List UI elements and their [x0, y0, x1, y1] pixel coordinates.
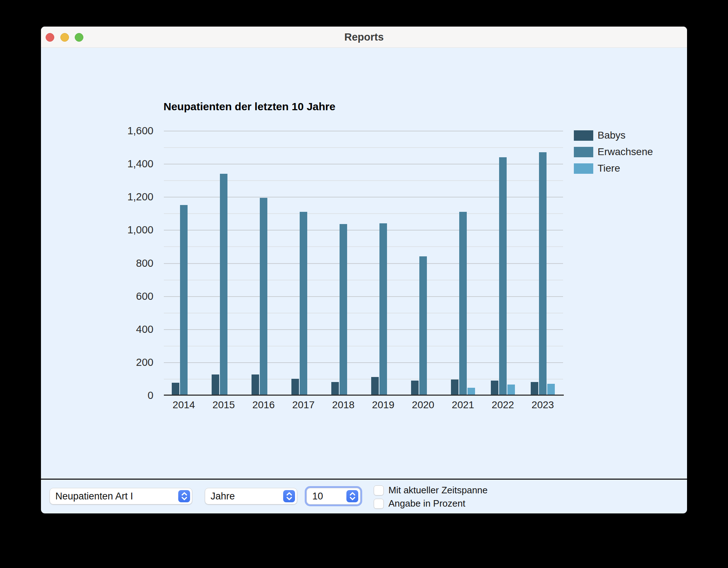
- stepper-up-down-icon: [346, 490, 358, 502]
- time-unit-select[interactable]: Jahre: [205, 488, 297, 504]
- x-axis-tick-label: 2019: [372, 399, 394, 411]
- legend-swatch: [574, 130, 593, 141]
- legend-swatch: [574, 163, 593, 174]
- y-axis-tick-label: 1,000: [106, 224, 153, 236]
- bar-erwachsene-2014: [180, 205, 188, 395]
- bar-babys-2020: [411, 381, 419, 395]
- bar-babys-2015: [212, 374, 219, 395]
- bar-babys-2016: [252, 374, 259, 395]
- bar-erwachsene-2019: [379, 223, 387, 395]
- x-axis-tick-label: 2021: [452, 399, 474, 411]
- legend-label: Tiere: [598, 163, 620, 174]
- bar-erwachsene-2016: [260, 198, 267, 395]
- bar-babys-2022: [491, 381, 498, 395]
- y-axis-tick-label: 400: [106, 323, 153, 335]
- x-axis-tick-label: 2023: [531, 399, 554, 411]
- y-axis-tick-label: 200: [106, 356, 153, 368]
- chart-title: Neupatienten der letzten 10 Jahre: [163, 101, 335, 113]
- bar-babys-2018: [331, 382, 339, 395]
- bar-erwachsene-2018: [340, 224, 347, 395]
- window-title: Reports: [41, 27, 687, 48]
- x-axis-tick-label: 2014: [172, 399, 195, 411]
- count-value: 10: [312, 488, 323, 504]
- bar-erwachsene-2015: [220, 174, 227, 395]
- count-select[interactable]: 10: [307, 488, 360, 504]
- y-axis-tick-label: 0: [106, 389, 153, 401]
- legend-label: Erwachsene: [598, 146, 653, 158]
- time-unit-value: Jahre: [211, 488, 235, 504]
- bar-babys-2019: [371, 377, 379, 395]
- desktop-background: Reports Neupatienten der letzten 10 Jahr…: [0, 0, 728, 568]
- zeitspanne-checkbox-label: Mit aktueller Zeitspanne: [388, 485, 488, 496]
- x-axis-tick-label: 2015: [212, 399, 235, 411]
- bar-tiere-2023: [547, 384, 555, 395]
- x-axis-tick-label: 2017: [292, 399, 314, 411]
- bar-babys-2014: [172, 383, 179, 395]
- bar-erwachsene-2023: [539, 152, 547, 395]
- gridline: [164, 147, 563, 148]
- legend-item-erwachsene: Erwachsene: [574, 146, 653, 157]
- bar-erwachsene-2020: [419, 256, 427, 395]
- gridline: [164, 131, 563, 131]
- legend-swatch: [574, 147, 593, 157]
- x-axis-tick-label: 2022: [492, 399, 514, 411]
- prozent-checkbox[interactable]: [374, 499, 384, 509]
- zeitspanne-checkbox[interactable]: [374, 485, 384, 495]
- x-axis-tick-label: 2020: [412, 399, 434, 411]
- x-axis-tick-label: 2018: [332, 399, 354, 411]
- toolbar-divider: [41, 479, 687, 480]
- reports-window: Reports Neupatienten der letzten 10 Jahr…: [41, 27, 687, 513]
- checkbox-row-prozent: Angabe in Prozent: [374, 498, 465, 509]
- y-axis-tick-label: 600: [106, 290, 153, 302]
- y-axis-labels: 02004006008001,0001,2001,4001,600: [106, 131, 153, 395]
- checkbox-row-zeitspanne: Mit aktueller Zeitspanne: [374, 485, 488, 496]
- stepper-up-down-icon: [178, 490, 190, 502]
- report-type-value: Neupatienten Art I: [55, 488, 133, 504]
- report-type-select[interactable]: Neupatienten Art I: [50, 488, 192, 504]
- legend-item-babys: Babys: [574, 130, 626, 141]
- y-axis-tick-label: 800: [106, 257, 153, 269]
- bar-babys-2017: [291, 379, 299, 395]
- bar-tiere-2022: [507, 385, 515, 395]
- x-axis-labels: 2014201520162017201820192020202120222023: [164, 399, 563, 414]
- y-axis-tick-label: 1,600: [106, 125, 153, 137]
- bar-erwachsene-2021: [459, 212, 467, 395]
- bar-babys-2023: [531, 382, 538, 395]
- prozent-checkbox-label: Angabe in Prozent: [388, 498, 465, 509]
- bar-erwachsene-2022: [499, 157, 507, 395]
- legend-item-tiere: Tiere: [574, 163, 620, 174]
- window-titlebar[interactable]: Reports: [41, 27, 687, 48]
- x-axis-tick-label: 2016: [252, 399, 275, 411]
- bar-chart-plot-area: [164, 131, 563, 395]
- y-axis-tick-label: 1,400: [106, 158, 153, 170]
- x-axis-line: [164, 395, 564, 396]
- y-axis-tick-label: 1,200: [106, 191, 153, 203]
- stepper-up-down-icon: [283, 490, 295, 502]
- legend-label: Babys: [598, 130, 626, 141]
- bar-erwachsene-2017: [300, 212, 307, 395]
- bar-babys-2021: [451, 380, 459, 395]
- bar-tiere-2021: [467, 388, 475, 395]
